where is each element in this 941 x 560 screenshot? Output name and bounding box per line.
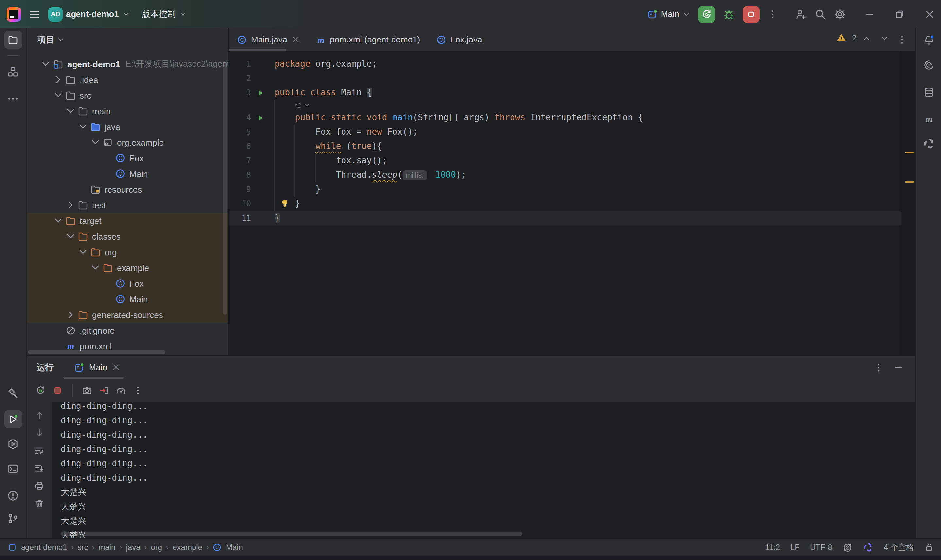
tree-horizontal-scrollbar[interactable]: [28, 350, 165, 354]
line-separator[interactable]: LF: [790, 543, 799, 552]
project-selector[interactable]: AD agent-demo1: [45, 4, 134, 24]
build-tool-icon[interactable]: [7, 387, 19, 399]
chevron-down-icon[interactable]: [40, 59, 51, 69]
file-encoding[interactable]: UTF-8: [810, 543, 832, 552]
thread-dump-icon[interactable]: [82, 386, 92, 396]
stop-button[interactable]: [743, 6, 760, 23]
code-line-6[interactable]: 6 while (true){: [229, 139, 915, 154]
run-configuration-selector[interactable]: Main: [647, 9, 690, 19]
code-line-4[interactable]: 4 public static void main(String[] args)…: [229, 110, 915, 125]
services-tool-icon[interactable]: [7, 438, 19, 450]
chevron-down-icon[interactable]: [90, 263, 101, 273]
profiler-gauge-icon[interactable]: [116, 386, 126, 396]
tree-item-main[interactable]: CMain: [27, 166, 228, 182]
code-with-me-icon[interactable]: [795, 8, 807, 20]
print-icon[interactable]: [34, 481, 45, 491]
problems-tool-icon[interactable]: [7, 490, 19, 502]
run-panel-options-icon[interactable]: [873, 362, 884, 373]
error-stripe[interactable]: [901, 52, 915, 355]
run-gutter-icon[interactable]: [256, 89, 264, 96]
tree-item-main[interactable]: main: [27, 103, 228, 119]
tree-item-org-example[interactable]: org.example: [27, 135, 228, 150]
editor-tab-pom-xml-agent-demo1-[interactable]: mpom.xml (agent-demo1): [308, 28, 428, 51]
chevron-down-icon[interactable]: [53, 90, 63, 101]
tab-options-icon[interactable]: [897, 34, 907, 45]
indent-setting[interactable]: 4 个空格: [884, 542, 914, 553]
breadcrumb-item[interactable]: java: [126, 543, 140, 552]
hide-panel-icon[interactable]: [893, 362, 903, 373]
search-everywhere-icon[interactable]: [815, 8, 826, 20]
tab-strip-scrollbar[interactable]: [229, 49, 286, 51]
intention-bulb-icon[interactable]: [280, 198, 290, 208]
lingma-plugin-icon[interactable]: [923, 138, 935, 149]
tree-item-classes[interactable]: classes: [27, 229, 228, 244]
breadcrumb-item[interactable]: src: [77, 543, 88, 552]
prev-occurrence-icon[interactable]: [34, 411, 45, 421]
tree-item-fox[interactable]: CFox: [27, 275, 228, 291]
breadcrumb-item[interactable]: org: [151, 543, 162, 552]
maven-tool-icon[interactable]: m: [923, 113, 934, 124]
tree-item-java[interactable]: java: [27, 119, 228, 135]
tree-item-src[interactable]: src: [27, 88, 228, 103]
ai-codelens-inlay[interactable]: [229, 100, 915, 110]
window-minimize-icon[interactable]: [864, 9, 875, 19]
tree-item--gitignore[interactable]: .gitignore: [27, 323, 228, 338]
scroll-to-end-icon[interactable]: [34, 463, 45, 474]
rerun-icon[interactable]: [35, 386, 46, 396]
chevron-down-icon[interactable]: [78, 247, 88, 257]
tree-item-org[interactable]: org: [27, 244, 228, 260]
code-editor[interactable]: 1package org.example;23public class Main…: [229, 52, 915, 355]
warning-stripe-mark[interactable]: [906, 152, 914, 154]
close-tab-icon[interactable]: [112, 363, 120, 372]
tree-item-main[interactable]: CMain: [27, 291, 228, 307]
notifications-bell-icon[interactable]: [923, 35, 934, 46]
code-line-7[interactable]: 7 fox.say();: [229, 154, 915, 168]
caret-position[interactable]: 11:2: [765, 543, 780, 552]
clear-all-icon[interactable]: [34, 498, 45, 509]
soft-wrap-icon[interactable]: [34, 446, 45, 456]
editor-tab-fox-java[interactable]: CFox.java: [428, 28, 490, 51]
tree-item-resources[interactable]: resources: [27, 182, 228, 197]
breadcrumb-item[interactable]: example: [173, 543, 202, 552]
tree-item-test[interactable]: test: [27, 197, 228, 213]
breadcrumb-item[interactable]: main: [99, 543, 116, 552]
stop-icon[interactable]: [52, 386, 63, 396]
terminal-tool-icon[interactable]: [7, 463, 19, 475]
next-occurrence-icon[interactable]: [34, 428, 45, 438]
highlighting-level-icon[interactable]: [842, 542, 852, 552]
tree-item--idea[interactable]: .idea: [27, 72, 228, 88]
tree-item-target[interactable]: target: [27, 213, 228, 229]
window-close-icon[interactable]: [924, 9, 935, 19]
chevron-right-icon[interactable]: [65, 309, 76, 320]
chevron-down-icon[interactable]: [53, 215, 63, 226]
code-line-2[interactable]: 2: [229, 71, 915, 86]
code-line-11[interactable]: 11}: [229, 211, 915, 225]
tree-item-agent-demo1[interactable]: agent-demo1E:\开发项目\javasec2\agent-demo1: [27, 56, 228, 72]
console-more-icon[interactable]: [133, 386, 143, 396]
more-actions-icon[interactable]: [767, 9, 778, 19]
code-line-8[interactable]: 8 Thread.sleep(millis: 1000);: [229, 168, 915, 182]
run-tab[interactable]: Main: [74, 362, 120, 373]
ai-assistant-icon[interactable]: [923, 59, 934, 71]
debug-icon[interactable]: [723, 8, 735, 20]
tree-item-fox[interactable]: CFox: [27, 150, 228, 166]
warning-stripe-mark[interactable]: [906, 181, 914, 183]
chevron-right-icon[interactable]: [65, 200, 76, 210]
close-tab-icon[interactable]: [291, 35, 300, 44]
breadcrumb-item[interactable]: Main: [226, 543, 243, 552]
editor-tab-main-java[interactable]: CMain.java: [229, 28, 308, 51]
database-tool-icon[interactable]: [923, 87, 934, 98]
chevron-down-icon[interactable]: [57, 35, 65, 43]
code-line-10[interactable]: 10 }: [229, 197, 915, 211]
exit-icon[interactable]: [99, 386, 109, 396]
code-line-3[interactable]: 3public class Main {: [229, 86, 915, 100]
run-gutter-icon[interactable]: [256, 114, 264, 121]
console-horizontal-scrollbar[interactable]: [61, 532, 522, 535]
tree-vertical-scrollbar[interactable]: [223, 62, 227, 315]
tree-item-generated-sources[interactable]: generated-sources: [27, 307, 228, 323]
lock-open-icon[interactable]: [924, 543, 933, 552]
prev-warning-icon[interactable]: [862, 34, 871, 42]
tree-item-example[interactable]: example: [27, 260, 228, 275]
project-tool-button[interactable]: [4, 31, 22, 49]
git-tool-icon[interactable]: [7, 513, 19, 525]
